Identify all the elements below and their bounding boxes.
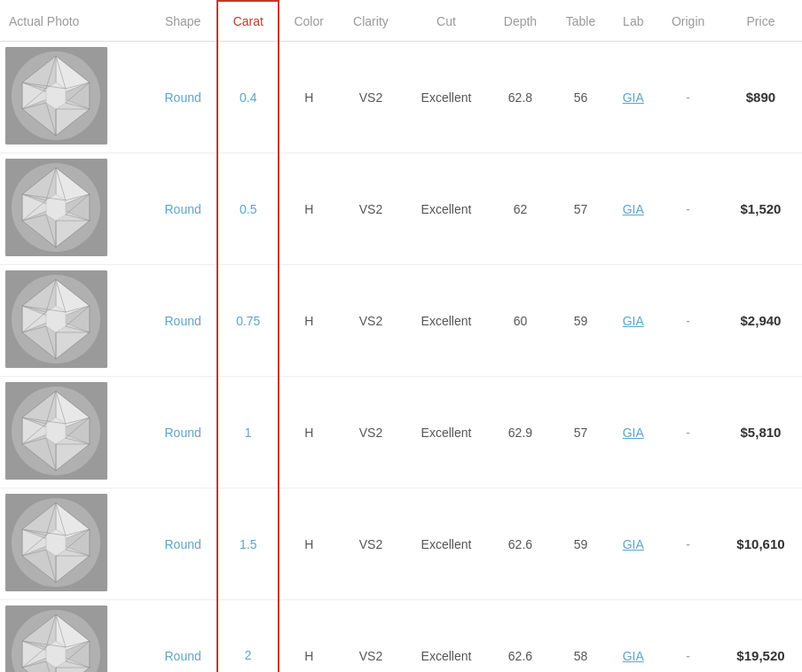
table-row: Round 0.4 H VS2 Excellent 62.8 56 GIA - …: [0, 42, 802, 153]
diamond-table: Actual Photo Shape Carat Color Clarity C…: [0, 0, 802, 672]
clarity-cell: VS2: [338, 153, 404, 265]
col-header-cut[interactable]: Cut: [404, 1, 489, 42]
shape-cell: Round: [149, 600, 217, 673]
origin-cell: -: [657, 377, 719, 488]
lab-link[interactable]: GIA: [623, 202, 644, 216]
diamond-image: [5, 159, 107, 256]
price-cell: $19,520: [719, 600, 802, 673]
lab-link[interactable]: GIA: [623, 426, 644, 440]
table-row: Round 0.5 H VS2 Excellent 62 57 GIA - $1…: [0, 153, 802, 265]
shape-cell: Round: [149, 42, 217, 153]
carat-cell: 1: [217, 377, 279, 488]
clarity-cell: VS2: [338, 377, 404, 488]
carat-value: 1.5: [240, 537, 256, 551]
origin-cell: -: [657, 153, 719, 265]
diamond-image: [5, 47, 107, 145]
lab-link[interactable]: GIA: [623, 314, 644, 328]
col-header-shape[interactable]: Shape: [149, 1, 217, 42]
cut-cell: Excellent: [404, 377, 489, 488]
col-header-origin[interactable]: Origin: [657, 1, 719, 42]
cut-cell: Excellent: [404, 153, 489, 265]
shape-cell: Round: [149, 488, 217, 600]
price-cell: $1,520: [719, 153, 802, 265]
table-val-cell: 57: [552, 153, 609, 265]
lab-cell[interactable]: GIA: [609, 265, 657, 377]
lab-cell[interactable]: GIA: [609, 488, 657, 600]
price-cell: $2,940: [719, 265, 802, 377]
shape-cell: Round: [149, 377, 217, 488]
lab-link[interactable]: GIA: [623, 537, 644, 551]
cut-cell: Excellent: [404, 600, 489, 673]
color-cell: H: [279, 42, 338, 153]
carat-value: 2: [245, 648, 252, 662]
table-val-cell: 59: [552, 488, 609, 600]
lab-cell[interactable]: GIA: [609, 600, 657, 673]
color-cell: H: [279, 600, 338, 673]
price-cell: $890: [719, 42, 802, 153]
clarity-cell: VS2: [338, 600, 404, 673]
carat-value: 1: [245, 426, 252, 440]
lab-cell[interactable]: GIA: [609, 153, 657, 265]
diamond-photo-cell[interactable]: [0, 600, 149, 673]
carat-cell: 1.5: [217, 488, 279, 600]
diamond-photo-cell[interactable]: [0, 377, 149, 488]
depth-cell: 60: [489, 265, 552, 377]
origin-cell: -: [657, 42, 719, 153]
color-cell: H: [279, 488, 338, 600]
depth-cell: 62.6: [489, 488, 552, 600]
col-header-color[interactable]: Color: [279, 1, 338, 42]
diamond-photo-cell[interactable]: [0, 153, 149, 265]
shape-cell: Round: [149, 265, 217, 377]
table-header-row: Actual Photo Shape Carat Color Clarity C…: [0, 1, 802, 42]
diamond-image: [5, 494, 107, 591]
table-row: Round 0.75 H VS2 Excellent 60 59 GIA - $…: [0, 265, 802, 377]
col-header-table[interactable]: Table: [552, 1, 609, 42]
lab-cell[interactable]: GIA: [609, 377, 657, 488]
depth-cell: 62.9: [489, 377, 552, 488]
table-val-cell: 58: [552, 600, 609, 673]
table-val-cell: 59: [552, 265, 609, 377]
shape-cell: Round: [149, 153, 217, 265]
col-header-carat[interactable]: Carat: [217, 1, 279, 42]
price-cell: $5,810: [719, 377, 802, 488]
col-header-price[interactable]: Price: [719, 1, 802, 42]
table-val-cell: 57: [552, 377, 609, 488]
lab-link[interactable]: GIA: [623, 649, 644, 663]
lab-cell[interactable]: GIA: [609, 42, 657, 153]
table-row: Round 2 H VS2 Excellent 62.6 58 GIA - $1…: [0, 600, 802, 673]
diamond-photo-cell[interactable]: [0, 42, 149, 153]
color-cell: H: [279, 153, 338, 265]
depth-cell: 62: [489, 153, 552, 265]
diamond-photo-cell[interactable]: [0, 488, 149, 600]
table-row: Round 1 H VS2 Excellent 62.9 57 GIA - $5…: [0, 377, 802, 488]
carat-value: 0.75: [236, 314, 260, 328]
carat-cell: 0.75: [217, 265, 279, 377]
clarity-cell: VS2: [338, 42, 404, 153]
cut-cell: Excellent: [404, 265, 489, 377]
carat-cell: 0.4: [217, 42, 279, 153]
col-header-depth[interactable]: Depth: [489, 1, 552, 42]
col-header-clarity[interactable]: Clarity: [338, 1, 404, 42]
carat-value: 0.4: [240, 90, 256, 105]
color-cell: H: [279, 265, 338, 377]
col-header-lab[interactable]: Lab: [609, 1, 657, 42]
cut-cell: Excellent: [404, 42, 489, 153]
clarity-cell: VS2: [338, 488, 404, 600]
color-cell: H: [279, 377, 338, 488]
table-val-cell: 56: [552, 42, 609, 153]
table-row: Round 1.5 H VS2 Excellent 62.6 59 GIA - …: [0, 488, 802, 600]
carat-value: 0.5: [240, 202, 256, 216]
diamond-image: [5, 606, 107, 672]
depth-cell: 62.6: [489, 600, 552, 673]
diamond-image: [5, 382, 107, 480]
origin-cell: -: [657, 265, 719, 377]
carat-cell: 2: [217, 600, 279, 673]
depth-cell: 62.8: [489, 42, 552, 153]
lab-link[interactable]: GIA: [623, 90, 644, 105]
diamond-photo-cell[interactable]: [0, 265, 149, 377]
price-cell: $10,610: [719, 488, 802, 600]
diamond-image: [5, 270, 107, 368]
clarity-cell: VS2: [338, 265, 404, 377]
col-header-actual-photo: Actual Photo: [0, 1, 149, 42]
cut-cell: Excellent: [404, 488, 489, 600]
